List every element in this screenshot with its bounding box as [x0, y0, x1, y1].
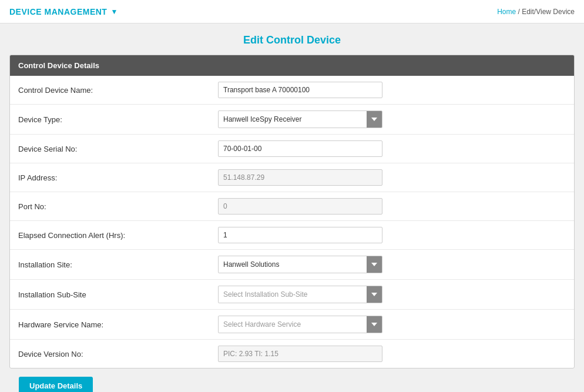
installation-sub-site-field-select-wrap: Select Installation Sub-Site — [218, 286, 382, 303]
breadcrumb-home[interactable]: Home — [497, 8, 516, 16]
app-title: DEVICE MANAGEMENT — [9, 7, 107, 16]
elapsed-connection-alert-field-label: Elapsed Connection Alert (Hrs): — [18, 231, 218, 240]
hardware-service-name-field[interactable]: Select Hardware Service — [219, 316, 367, 333]
device-serial-no-field[interactable] — [218, 140, 382, 157]
device-serial-no-field-wrap — [218, 140, 566, 157]
form-row-5: Port No: — [10, 192, 574, 221]
form-row-8: Installation Sub-SiteSelect Installation… — [10, 280, 574, 310]
control-device-name-field[interactable] — [218, 82, 382, 98]
page-title: Edit Control Device — [0, 34, 584, 46]
port-no-field-label: Port No: — [18, 202, 218, 211]
installation-sub-site-field-dropdown-btn[interactable] — [367, 286, 382, 303]
ip-address-field-label: IP Address: — [18, 173, 218, 182]
form-rows: Control Device Name:Device Type:Hanwell … — [10, 76, 574, 368]
hardware-service-name-field-wrap: Select Hardware Service — [218, 316, 566, 333]
dropdown-arrow-icon[interactable]: ▼ — [110, 8, 118, 16]
port-no-field-wrap — [218, 198, 566, 215]
form-row-9: Hardware Service Name:Select Hardware Se… — [10, 310, 574, 340]
device-version-no-field — [218, 346, 382, 362]
installation-site-field-label: Installation Site: — [18, 260, 218, 269]
form-footer: Update Details — [9, 368, 575, 392]
elapsed-connection-alert-field[interactable] — [218, 227, 382, 243]
device-type-field-dropdown-btn[interactable] — [367, 111, 382, 128]
device-version-no-field-wrap — [218, 346, 566, 362]
device-type-field-label: Device Type: — [18, 115, 218, 124]
control-device-name-field-label: Control Device Name: — [18, 86, 218, 95]
device-type-field-wrap: Hanwell IceSpy Receiver — [218, 110, 566, 128]
device-version-no-field-label: Device Version No: — [18, 350, 218, 359]
ip-address-field-wrap — [218, 169, 566, 186]
device-serial-no-field-label: Device Serial No: — [18, 145, 218, 153]
installation-sub-site-field-label: Installation Sub-Site — [18, 290, 218, 299]
installation-sub-site-field[interactable]: Select Installation Sub-Site — [219, 286, 367, 303]
topbar: DEVICE MANAGEMENT ▼ Home / Edit/View Dev… — [0, 0, 584, 24]
card-header: Control Device Details — [10, 55, 574, 76]
card: Control Device Details Control Device Na… — [9, 55, 575, 368]
installation-site-field-select-wrap: Hanwell Solutions — [218, 256, 382, 273]
installation-site-field[interactable]: Hanwell Solutions — [219, 256, 367, 273]
installation-sub-site-field-wrap: Select Installation Sub-Site — [218, 286, 566, 303]
hardware-service-name-field-label: Hardware Service Name: — [18, 320, 218, 329]
form-row-1: Control Device Name: — [10, 76, 574, 105]
device-type-field-select-wrap: Hanwell IceSpy Receiver — [218, 110, 382, 128]
control-device-name-field-wrap — [218, 82, 566, 98]
form-row-3: Device Serial No: — [10, 135, 574, 163]
installation-site-field-wrap: Hanwell Solutions — [218, 256, 566, 273]
form-row-6: Elapsed Connection Alert (Hrs): — [10, 221, 574, 250]
topbar-left: DEVICE MANAGEMENT ▼ — [9, 7, 118, 16]
form-row-4: IP Address: — [10, 163, 574, 192]
form-row-2: Device Type:Hanwell IceSpy Receiver — [10, 105, 574, 135]
device-type-field[interactable]: Hanwell IceSpy Receiver — [219, 111, 367, 128]
port-no-field — [218, 198, 382, 215]
form-row-10: Device Version No: — [10, 340, 574, 368]
content-area: Control Device Details Control Device Na… — [0, 55, 584, 392]
hardware-service-name-field-select-wrap: Select Hardware Service — [218, 316, 382, 333]
breadcrumb-current: Edit/View Device — [522, 8, 575, 16]
update-details-button[interactable]: Update Details — [19, 377, 93, 392]
breadcrumb: Home / Edit/View Device — [497, 8, 575, 16]
page-header: Edit Control Device — [0, 24, 584, 55]
breadcrumb-separator: / — [518, 8, 519, 16]
form-row-7: Installation Site:Hanwell Solutions — [10, 250, 574, 280]
ip-address-field — [218, 169, 382, 186]
elapsed-connection-alert-field-wrap — [218, 227, 566, 243]
installation-site-field-dropdown-btn[interactable] — [367, 256, 382, 273]
hardware-service-name-field-dropdown-btn[interactable] — [367, 316, 382, 333]
